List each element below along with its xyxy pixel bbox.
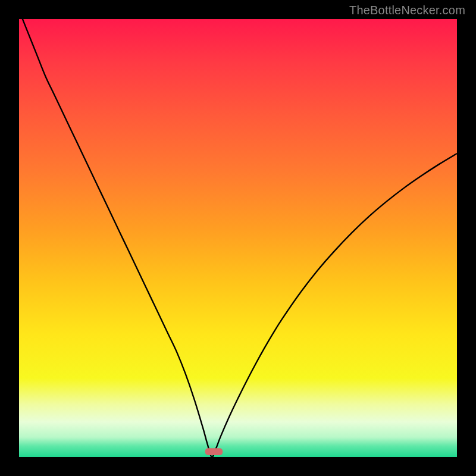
bottleneck-curve-chart — [19, 19, 457, 457]
watermark-text: TheBottleNecker.com — [349, 4, 465, 17]
plot-area — [19, 19, 457, 457]
sweet-spot-marker — [205, 448, 223, 455]
chart-frame: TheBottleNecker.com — [0, 0, 476, 476]
gradient-background — [19, 19, 457, 457]
